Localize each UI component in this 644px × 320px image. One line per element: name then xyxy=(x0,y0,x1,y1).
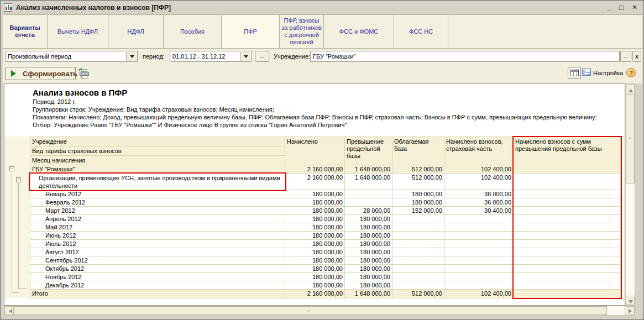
value-cell[interactable] xyxy=(444,248,514,256)
value-cell[interactable]: 1 648 000,00 xyxy=(345,174,392,190)
value-cell[interactable]: 180 000,00 xyxy=(345,215,392,223)
tab-report-variants[interactable]: Варианты отчета xyxy=(3,15,48,48)
value-cell[interactable]: 1 648 000,00 xyxy=(345,165,392,174)
collapse-subgroup-button[interactable]: − xyxy=(16,177,21,182)
header-institution[interactable]: Учреждение xyxy=(30,137,285,146)
value-cell[interactable]: 180 000,00 xyxy=(392,190,444,198)
total-value-cell[interactable] xyxy=(514,290,621,298)
row-label-cell[interactable]: Февраль 2012 xyxy=(30,198,285,207)
tab-fss-foms[interactable]: ФСС и ФОМС xyxy=(324,15,394,48)
header-accrued[interactable]: Начислено xyxy=(285,137,345,165)
value-cell[interactable]: 152 000,00 xyxy=(392,207,444,215)
header-insurance-part[interactable]: Начислено взносов, страховая часть xyxy=(444,137,514,165)
vertical-scrollbar[interactable] xyxy=(625,83,635,306)
header-taxable-base[interactable]: Облагаемая база xyxy=(392,137,444,165)
value-cell[interactable] xyxy=(514,198,621,207)
total-value-cell[interactable]: 2 160 000,00 xyxy=(285,290,345,298)
value-cell[interactable] xyxy=(514,174,621,190)
value-cell[interactable] xyxy=(444,223,514,232)
row-label-cell[interactable]: Организации, применяющие УСН, занятые пр… xyxy=(30,174,285,190)
value-cell[interactable]: 180 000,00 xyxy=(345,232,392,240)
value-cell[interactable] xyxy=(514,190,621,198)
value-cell[interactable]: 180 000,00 xyxy=(285,248,345,256)
total-label-cell[interactable]: Итого xyxy=(30,290,285,298)
row-label-cell[interactable]: Октябрь 2012 xyxy=(30,265,285,273)
value-cell[interactable]: 180 000,00 xyxy=(345,256,392,265)
institution-ellipsis-button[interactable]: ... xyxy=(620,51,631,62)
value-cell[interactable] xyxy=(444,240,514,248)
value-cell[interactable]: 102 400,00 xyxy=(444,165,514,174)
value-cell[interactable]: 180 000,00 xyxy=(285,198,345,207)
value-cell[interactable] xyxy=(345,190,392,198)
generate-button[interactable]: Сформировать xyxy=(5,67,76,80)
value-cell[interactable] xyxy=(444,265,514,273)
value-cell[interactable] xyxy=(444,256,514,265)
scroll-left-button[interactable] xyxy=(4,306,14,315)
chevron-down-icon[interactable] xyxy=(240,52,250,61)
header-excess-contributions[interactable]: Начислено взносов с сумм превышения пред… xyxy=(514,137,621,165)
value-cell[interactable]: 180 000,00 xyxy=(285,207,345,215)
value-cell[interactable]: 180 000,00 xyxy=(285,273,345,281)
value-cell[interactable]: 180 000,00 xyxy=(345,248,392,256)
tab-pfr-early-pension[interactable]: ПФР, взносы за работников с досрочной пе… xyxy=(280,15,324,48)
row-label-cell[interactable]: Август 2012 xyxy=(30,248,285,256)
row-label-cell[interactable]: Декабрь 2012 xyxy=(30,281,285,290)
value-cell[interactable] xyxy=(392,223,444,232)
chevron-down-icon[interactable] xyxy=(126,52,137,61)
value-cell[interactable] xyxy=(514,240,621,248)
maximize-button[interactable]: □ xyxy=(616,3,626,12)
value-cell[interactable] xyxy=(514,215,621,223)
horizontal-scroll-thumb[interactable] xyxy=(14,306,607,315)
value-cell[interactable]: 180 000,00 xyxy=(345,240,392,248)
value-cell[interactable] xyxy=(444,281,514,290)
value-cell[interactable] xyxy=(514,281,621,290)
scroll-right-button[interactable] xyxy=(625,306,635,315)
value-cell[interactable] xyxy=(514,265,621,273)
scroll-up-button[interactable] xyxy=(626,84,635,93)
value-cell[interactable]: 180 000,00 xyxy=(345,223,392,232)
period-ellipsis-button[interactable]: ... xyxy=(255,51,269,62)
value-cell[interactable]: 180 000,00 xyxy=(345,265,392,273)
value-cell[interactable]: 30 400,00 xyxy=(444,207,514,215)
value-cell[interactable]: 180 000,00 xyxy=(285,215,345,223)
row-label-cell[interactable]: Сентябрь 2012 xyxy=(30,256,285,265)
value-cell[interactable] xyxy=(514,165,621,174)
value-cell[interactable] xyxy=(392,265,444,273)
value-cell[interactable]: 2 160 000,00 xyxy=(285,165,345,174)
total-value-cell[interactable]: 1 648 000,00 xyxy=(345,290,392,298)
institution-clear-button[interactable]: x xyxy=(632,51,641,62)
total-value-cell[interactable]: 512 000,00 xyxy=(392,290,444,298)
collapse-group-button[interactable]: − xyxy=(9,166,14,171)
scroll-down-button[interactable] xyxy=(626,296,635,305)
value-cell[interactable] xyxy=(392,248,444,256)
row-label-cell[interactable]: Май 2012 xyxy=(30,223,285,232)
value-cell[interactable]: 180 000,00 xyxy=(345,273,392,281)
value-cell[interactable]: 36 000,00 xyxy=(444,190,514,198)
tab-fss-ns[interactable]: ФСС НС xyxy=(394,15,448,48)
tab-pfr[interactable]: ПФР xyxy=(222,15,280,48)
value-cell[interactable]: 2 160 000,00 xyxy=(285,174,345,190)
value-cell[interactable] xyxy=(392,240,444,248)
tab-posobiya[interactable]: Пособия xyxy=(164,15,222,48)
value-cell[interactable] xyxy=(392,281,444,290)
quick-table-button[interactable] xyxy=(568,67,581,79)
value-cell[interactable]: 180 000,00 xyxy=(285,240,345,248)
horizontal-scrollbar[interactable] xyxy=(4,306,635,316)
total-value-cell[interactable]: 102 400,00 xyxy=(444,290,514,298)
header-accrual-month[interactable]: Месяц начисления xyxy=(30,156,285,165)
header-excess-of-base[interactable]: Превышение предельной базы xyxy=(345,137,392,165)
row-label-cell[interactable]: ГБУ "Ромашки" xyxy=(30,165,285,174)
value-cell[interactable] xyxy=(514,248,621,256)
value-cell[interactable]: 180 000,00 xyxy=(285,281,345,290)
close-button[interactable]: ✕ xyxy=(630,3,640,12)
row-label-cell[interactable]: Июль 2012 xyxy=(30,240,285,248)
value-cell[interactable] xyxy=(345,198,392,207)
value-cell[interactable] xyxy=(444,215,514,223)
value-cell[interactable]: 512 000,00 xyxy=(392,174,444,190)
help-button[interactable]: ? xyxy=(626,68,636,77)
print-button[interactable]: ✔ xyxy=(79,69,90,79)
value-cell[interactable] xyxy=(514,256,621,265)
value-cell[interactable]: 512 000,00 xyxy=(392,165,444,174)
value-cell[interactable] xyxy=(392,232,444,240)
row-label-cell[interactable]: Апрель 2012 xyxy=(30,215,285,223)
